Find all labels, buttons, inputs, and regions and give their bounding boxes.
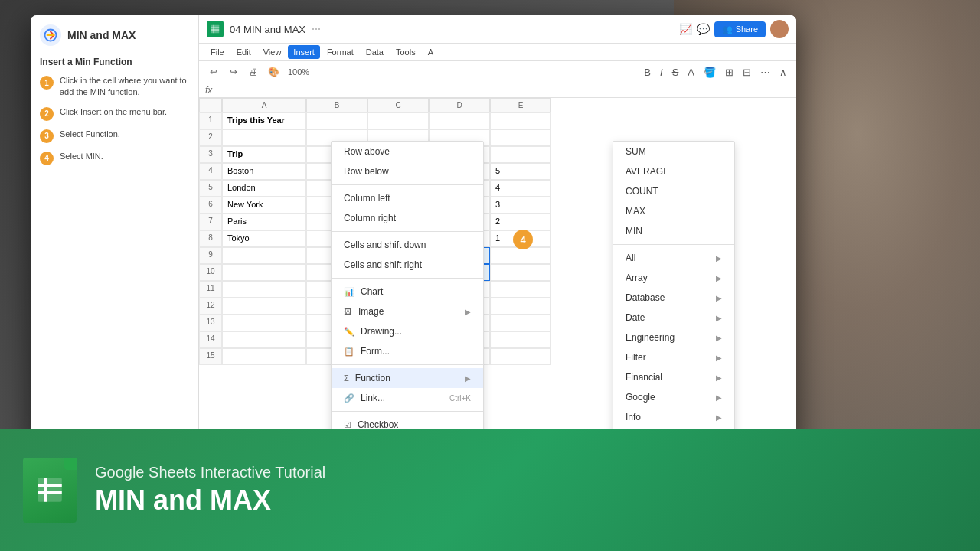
menu-file[interactable]: File (205, 45, 230, 59)
cell-e15[interactable] (490, 348, 551, 365)
cell-a3[interactable]: Trip (222, 146, 306, 163)
more-icon[interactable]: ⋯ (757, 65, 773, 80)
collapse-icon[interactable]: ∧ (776, 65, 790, 80)
cell-a5[interactable]: London (222, 180, 306, 197)
menu-tools[interactable]: Tools (390, 45, 421, 59)
cell-a14[interactable] (222, 331, 306, 348)
fn-database[interactable]: Database▶ (613, 288, 734, 308)
cell-e5[interactable]: 4 (490, 180, 551, 197)
svg-rect-4 (214, 25, 214, 34)
sigma-icon: Σ (344, 373, 349, 383)
dd-col-left[interactable]: Column left (332, 188, 483, 208)
cell-a12[interactable] (222, 298, 306, 315)
cell-a4[interactable]: Boston (222, 163, 306, 180)
cell-e14[interactable] (490, 331, 551, 348)
text-color-icon[interactable]: A (684, 65, 697, 80)
cell-a8[interactable]: Tokyo (222, 230, 306, 247)
cell-e7[interactable]: 2 (490, 214, 551, 230)
cell-c1[interactable] (368, 112, 429, 129)
bold-icon[interactable]: B (641, 65, 654, 80)
dd-row-below[interactable]: Row below (332, 161, 483, 181)
fn-financial[interactable]: Financial▶ (613, 367, 734, 387)
fn-date[interactable]: Date▶ (613, 308, 734, 328)
cell-e4[interactable]: 5 (490, 163, 551, 180)
paint-btn[interactable]: 🎨 (265, 64, 282, 80)
fill-color-icon[interactable]: 🪣 (701, 65, 719, 80)
cell-a10[interactable] (222, 264, 306, 281)
row-12-header: 12 (199, 298, 222, 315)
fn-filter[interactable]: Filter▶ (613, 347, 734, 367)
menu-view[interactable]: View (258, 45, 287, 59)
cell-a15[interactable] (222, 348, 306, 365)
cell-e2[interactable] (490, 129, 551, 146)
cell-e13[interactable] (490, 315, 551, 331)
row-8-header: 8 (199, 230, 222, 247)
zoom-level: 100% (285, 67, 312, 77)
spreadsheet-area: 04 MIN and MAX ⋯ 📈 💬 👥 Share File Edit V… (199, 15, 796, 444)
cell-a9[interactable] (222, 247, 306, 264)
row-7-header: 7 (199, 214, 222, 230)
merge-icon[interactable]: ⊟ (740, 65, 754, 80)
dd-link[interactable]: 🔗Link... Ctrl+K (332, 388, 483, 408)
undo-btn[interactable]: ↩ (205, 64, 222, 80)
cell-a1[interactable]: Trips this Year (222, 112, 306, 129)
italic-icon[interactable]: I (657, 65, 666, 80)
fn-engineering[interactable]: Engineering▶ (613, 328, 734, 347)
cell-a6[interactable]: New York (222, 197, 306, 214)
fn-info[interactable]: Info▶ (613, 407, 734, 427)
menu-edit[interactable]: Edit (231, 45, 256, 59)
svg-rect-1 (211, 25, 220, 34)
cell-e10[interactable] (490, 264, 551, 281)
comment-icon-btn[interactable]: 💬 (697, 23, 710, 35)
fn-all[interactable]: All▶ (613, 248, 734, 268)
dd-arrow-function: ▶ (465, 374, 471, 383)
col-header-b: B (306, 98, 368, 112)
fn-sum[interactable]: SUM (613, 142, 734, 161)
cell-e6[interactable]: 3 (490, 197, 551, 214)
cell-e9[interactable] (490, 247, 551, 264)
spreadsheet-title: 04 MIN and MAX (230, 24, 305, 35)
dd-row-above[interactable]: Row above (332, 142, 483, 161)
dd-cells-down[interactable]: Cells and shift down (332, 235, 483, 255)
dd-sep-4 (332, 364, 483, 365)
redo-btn[interactable]: ↪ (225, 64, 242, 80)
sidebar-title: MIN and MAX (67, 29, 136, 41)
cell-a2[interactable] (222, 129, 306, 146)
menu-format[interactable]: Format (322, 45, 359, 59)
fn-array[interactable]: Array▶ (613, 268, 734, 288)
menu-bar: File Edit View Insert Format Data Tools … (199, 44, 796, 61)
strikethrough-icon[interactable]: S (669, 65, 682, 80)
sheets-icon (207, 21, 224, 37)
dd-form[interactable]: 📋Form... (332, 341, 483, 361)
fn-count[interactable]: COUNT (613, 181, 734, 201)
cell-e1[interactable] (490, 112, 551, 129)
cell-e3[interactable] (490, 146, 551, 163)
borders-icon[interactable]: ⊞ (722, 65, 737, 80)
cell-d1[interactable] (429, 112, 490, 129)
fn-google[interactable]: Google▶ (613, 387, 734, 407)
fn-max[interactable]: MAX (613, 201, 734, 221)
cell-a7[interactable]: Paris (222, 214, 306, 230)
dd-cells-right[interactable]: Cells and shift right (332, 255, 483, 275)
chart-icon-btn[interactable]: 📈 (679, 23, 692, 35)
cell-e12[interactable] (490, 298, 551, 315)
step-1: 1 Click in the cell where you want to ad… (40, 75, 189, 99)
col-header-a: A (222, 98, 306, 112)
cell-a13[interactable] (222, 315, 306, 331)
fn-average[interactable]: AVERAGE (613, 161, 734, 181)
menu-data[interactable]: Data (361, 45, 389, 59)
fn-min[interactable]: MIN (613, 221, 734, 241)
dd-chart[interactable]: 📊Chart (332, 282, 483, 302)
print-btn[interactable]: 🖨 (245, 64, 262, 80)
cell-a11[interactable] (222, 281, 306, 298)
cell-e11[interactable] (490, 281, 551, 298)
menu-insert[interactable]: Insert (288, 45, 320, 59)
dd-col-right[interactable]: Column right (332, 208, 483, 228)
cell-b1[interactable] (306, 112, 368, 129)
share-button[interactable]: 👥 Share (714, 21, 766, 37)
dd-drawing[interactable]: ✏️Drawing... (332, 321, 483, 341)
dd-function[interactable]: ΣFunction ▶ (332, 368, 483, 388)
menu-more[interactable]: A (423, 45, 439, 59)
toolbar: ↩ ↪ 🖨 🎨 100% B I S A 🪣 ⊞ ⊟ ⋯ ∧ (199, 61, 796, 83)
dd-image[interactable]: 🖼Image ▶ (332, 302, 483, 321)
